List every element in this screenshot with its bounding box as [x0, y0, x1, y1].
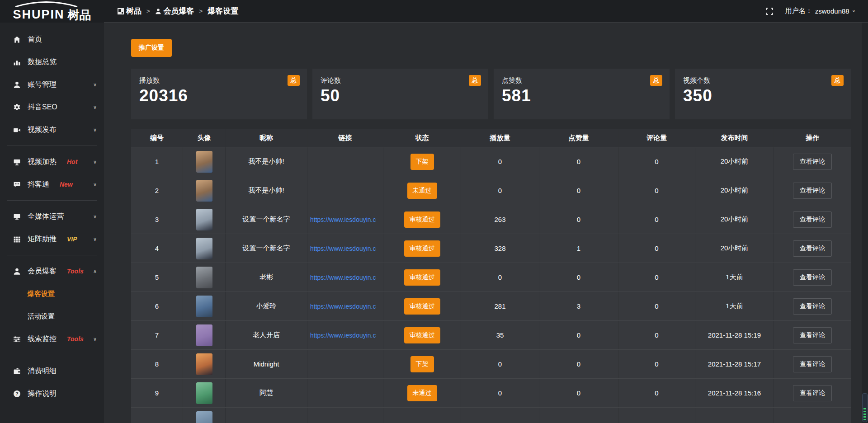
stat-card-value: 350: [683, 86, 843, 105]
chat-icon: [13, 180, 21, 188]
cell-action: 查看评论: [774, 234, 851, 263]
publish-time: 20小时前: [721, 215, 749, 224]
view-comments-button[interactable]: 查看评论: [793, 385, 832, 401]
status-button[interactable]: 未通过: [407, 385, 437, 401]
cell-plays: 0: [461, 350, 539, 378]
likes-count: 0: [577, 187, 580, 194]
app-logo[interactable]: SHUPIN 树品: [0, 0, 104, 23]
sidebar-item-consumption-details[interactable]: 消费明细: [0, 360, 104, 382]
sidebar-item-douyin-seo[interactable]: 抖音SEO∨: [0, 96, 104, 118]
cell-link: [307, 379, 383, 407]
sidebar-item-video-heating[interactable]: 视频加热Hot∨: [0, 150, 104, 173]
breadcrumb-item-member-baoke[interactable]: 会员爆客: [155, 6, 194, 16]
chart-icon: [13, 58, 21, 66]
comments-count: 0: [655, 302, 658, 310]
sidebar-item-label: 全媒体运营: [28, 212, 64, 221]
status-button[interactable]: 审核通过: [404, 240, 440, 257]
promotion-settings-button[interactable]: 推广设置: [131, 39, 172, 57]
sidebar-item-label: 视频加热: [28, 157, 57, 167]
cell-avatar: [183, 350, 226, 378]
breadcrumb-item-shupin[interactable]: 树品: [118, 6, 142, 16]
cell-likes: 0: [539, 263, 618, 291]
user-menu[interactable]: 用户名：zswodun88 ∨: [785, 7, 855, 15]
status-button[interactable]: 未通过: [407, 183, 437, 199]
video-link[interactable]: https://www.iesdouyin.c: [310, 303, 376, 310]
nickname: 设置一个新名字: [243, 244, 290, 253]
stat-card-value: 50: [321, 86, 480, 105]
video-link[interactable]: https://www.iesdouyin.c: [310, 274, 376, 281]
cell-plays: 328: [461, 234, 539, 263]
cell-time: 20小时前: [695, 176, 774, 205]
view-comments-button[interactable]: 查看评论: [793, 327, 832, 343]
fullscreen-icon[interactable]: [765, 7, 774, 15]
nickname: 我不是小帅!: [248, 186, 284, 195]
row-index: 2: [155, 187, 159, 194]
cell-nickname: 小爱玲: [226, 292, 307, 320]
status-button[interactable]: 审核通过: [404, 327, 440, 343]
cell-likes: 0: [539, 205, 618, 234]
video-link[interactable]: https://www.iesdouyin.c: [310, 216, 376, 223]
grid-icon: [13, 235, 21, 243]
stat-card-label: 点赞数: [502, 76, 661, 85]
table-row: 3设置一个新名字https://www.iesdouyin.c审核通过26300…: [131, 205, 851, 234]
view-comments-button[interactable]: 查看评论: [793, 356, 832, 372]
plays-count: 281: [494, 302, 505, 310]
video-link[interactable]: https://www.iesdouyin.c: [310, 332, 376, 339]
sidebar-item-member-baoke[interactable]: 会员爆客Tools∧: [0, 260, 104, 282]
breadcrumb-item-baoke-settings[interactable]: 爆客设置: [208, 6, 238, 16]
cell-comments: 0: [618, 263, 695, 291]
table-header-cell: 评论量: [618, 129, 695, 147]
status-button[interactable]: 下架: [410, 356, 434, 372]
stat-card: 点赞数581总: [494, 69, 670, 119]
row-index: 4: [155, 244, 159, 252]
floating-widget[interactable]: [862, 393, 868, 422]
view-comments-button[interactable]: 查看评论: [793, 183, 832, 199]
sidebar-item-douketong[interactable]: 抖客通New∨: [0, 173, 104, 196]
sidebar-subitem-baoke-settings[interactable]: 爆客设置: [0, 282, 104, 305]
row-index: 5: [155, 273, 159, 281]
publish-time: 20小时前: [721, 186, 749, 195]
sidebar-subitem-activity-settings[interactable]: 活动设置: [0, 305, 104, 328]
table-row: 9阿慧未通过0002021-11-28 15:16查看评论: [131, 378, 851, 407]
sidebar-item-home[interactable]: 首页: [0, 28, 104, 51]
stat-card-label: 视频个数: [683, 76, 843, 85]
view-comments-button[interactable]: 查看评论: [793, 269, 832, 286]
sidebar-item-media-operation[interactable]: 全媒体运营∨: [0, 205, 104, 228]
total-badge: 总: [831, 75, 844, 86]
plays-count: 35: [496, 331, 504, 339]
status-button[interactable]: 审核通过: [404, 298, 440, 315]
sidebar-item-account-management[interactable]: 账号管理∨: [0, 73, 104, 96]
cell-status: 未通过: [383, 379, 461, 407]
sidebar-item-video-publish[interactable]: 视频发布∨: [0, 118, 104, 141]
cell-nickname: 阿慧: [226, 379, 307, 407]
sidebar-item-matrix-boost[interactable]: 矩阵助推VIP∨: [0, 228, 104, 250]
cell-action: 查看评论: [774, 263, 851, 291]
stat-card: 播放数20316总: [131, 69, 307, 119]
status-button[interactable]: 审核通过: [404, 269, 440, 286]
breadcrumb-separator: >: [199, 8, 203, 14]
stat-card-value: 20316: [139, 86, 299, 105]
monitor-icon: [13, 212, 21, 221]
table-header-cell: 点赞量: [539, 129, 618, 147]
sidebar-item-clue-monitor[interactable]: 线索监控Tools∨: [0, 328, 104, 350]
sidebar-item-data-overview[interactable]: 数据总览: [0, 51, 104, 73]
chevron-down-icon: ∨: [93, 82, 97, 88]
cell-action: 查看评论: [774, 147, 851, 176]
view-comments-button[interactable]: 查看评论: [793, 240, 832, 257]
sidebar-item-label: 线索监控: [28, 334, 57, 344]
sidebar-item-operation-guide[interactable]: ?操作说明: [0, 382, 104, 405]
status-button[interactable]: 审核通过: [404, 212, 440, 228]
cell-index: 6: [131, 292, 183, 320]
view-comments-button[interactable]: 查看评论: [793, 212, 832, 228]
cell-index: 5: [131, 263, 183, 291]
view-comments-button[interactable]: 查看评论: [793, 154, 832, 170]
view-comments-button[interactable]: 查看评论: [793, 298, 832, 315]
comments-count: 0: [655, 187, 658, 194]
svg-text:?: ?: [15, 391, 18, 396]
status-button[interactable]: 下架: [410, 154, 434, 170]
cell-link: [307, 147, 383, 176]
table-header-cell: 播放量: [461, 129, 539, 147]
table-header-cell: 链接: [307, 129, 383, 147]
scrollbar-track[interactable]: [862, 0, 868, 423]
video-link[interactable]: https://www.iesdouyin.c: [310, 245, 376, 252]
